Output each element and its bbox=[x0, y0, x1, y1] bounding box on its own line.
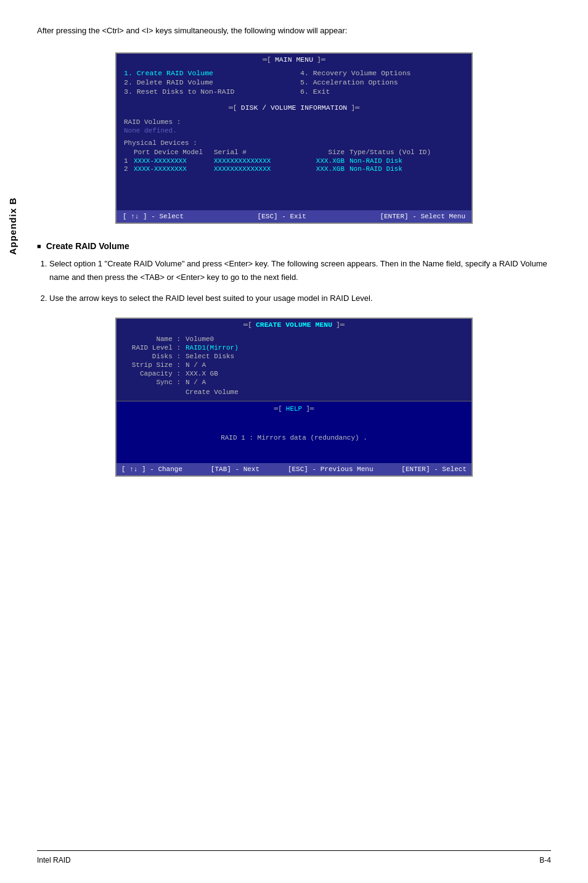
device-1-serial: XXXXXXXXXXXXXX bbox=[214, 157, 306, 165]
device-2-model: XXXX-XXXXXXXX bbox=[134, 165, 214, 173]
menu-item-5: 5. Acceleration Options bbox=[300, 78, 464, 86]
cv-raid-level-value: RAID1(Mirror) bbox=[186, 344, 239, 351]
disk-volume-title: DISK / VOLUME INFORMATION bbox=[237, 104, 351, 112]
physical-devices-label: Physical Devices : bbox=[124, 139, 464, 147]
menu-item-6-num: 6. bbox=[300, 88, 309, 96]
cv-capacity-value: XXX.X GB bbox=[186, 370, 218, 377]
cv-raid-level-row: RAID Level : RAID1(Mirror) bbox=[124, 344, 464, 351]
cv-sync-row: Sync : N / A bbox=[124, 379, 464, 386]
step-2-text: Use the arrow keys to select the RAID le… bbox=[49, 294, 373, 303]
menu-item-3-num: 3. bbox=[124, 88, 133, 96]
footer-enter: [ENTER] - Select Menu bbox=[380, 213, 465, 220]
header-type: Type/Status (Vol ID) bbox=[349, 149, 464, 156]
cv-footer-prev-menu: [ESC] - Previous Menu bbox=[288, 466, 374, 473]
sidebar-label: Appendix B bbox=[7, 197, 18, 255]
physical-table-header: Port Device Model Serial # Size Type/Sta… bbox=[124, 149, 464, 156]
cv-strip-size-label: Strip Size : bbox=[124, 361, 186, 369]
footer-left-text: Intel RAID bbox=[37, 856, 71, 865]
main-menu-screen: ═[ MAIN MENU ]═ 1. Create RAID Volume 4.… bbox=[115, 52, 473, 224]
menu-item-1-label: Create RAID Volume bbox=[137, 69, 213, 77]
menu-item-3: 3. Reset Disks to Non-RAID bbox=[124, 88, 288, 96]
cv-disks-label: Disks : bbox=[124, 353, 186, 360]
bracket-right: ]═ bbox=[317, 55, 325, 64]
cv-footer-next: [TAB] - Next bbox=[211, 466, 259, 473]
step-2: Use the arrow keys to select the RAID le… bbox=[49, 292, 551, 305]
cv-create-volume-row: Create Volume bbox=[124, 388, 464, 396]
cv-disks-value: Select Disks bbox=[186, 353, 234, 360]
header-device-model: Port Device Model bbox=[134, 149, 214, 156]
menu-item-5-num: 5. bbox=[300, 78, 309, 86]
create-raid-volume-heading-text: Create RAID Volume bbox=[46, 241, 129, 251]
main-menu-title: MAIN MENU bbox=[271, 55, 317, 64]
footer-select: [ ↑↓ ] - Select bbox=[123, 213, 184, 220]
create-volume-screen: ═[ CREATE VOLUME MENU ]═ Name : Volume0 … bbox=[115, 318, 473, 477]
disk-volume-body: RAID Volumes : None defined. Physical De… bbox=[116, 113, 472, 208]
device-1-type: Non-RAID Disk bbox=[349, 157, 402, 165]
page-footer: Intel RAID B-4 bbox=[37, 850, 551, 865]
cv-footer-change: [ ↑↓ ] - Change bbox=[121, 466, 182, 473]
cv-name-value: Volume0 bbox=[186, 335, 214, 343]
help-body: RAID 1 : Mirrors data (redundancy) . bbox=[124, 416, 464, 459]
menu-item-5-label: Acceleration Options bbox=[313, 78, 398, 86]
menu-item-6: 6. Exit bbox=[300, 88, 464, 96]
cv-name-row: Name : Volume0 bbox=[124, 335, 464, 343]
menu-item-2: 2. Delete RAID Volume bbox=[124, 78, 288, 86]
main-menu-body: 1. Create RAID Volume 4. Recovery Volume… bbox=[116, 65, 472, 102]
cv-sync-value: N / A bbox=[186, 379, 206, 386]
device-2-type: Non-RAID Disk bbox=[349, 165, 402, 173]
header-size: Size bbox=[306, 149, 349, 156]
create-volume-footer: [ ↑↓ ] - Change [TAB] - Next [ESC] - Pre… bbox=[116, 463, 472, 475]
step-1: Select option 1 "Create RAID Volume" and… bbox=[49, 257, 551, 284]
cv-raid-level-label: RAID Level : bbox=[124, 344, 186, 351]
menu-item-4: 4. Recovery Volume Options bbox=[300, 69, 464, 77]
header-serial: Serial # bbox=[214, 149, 306, 156]
menu-item-6-label: Exit bbox=[313, 88, 330, 96]
create-raid-volume-heading: Create RAID Volume bbox=[37, 241, 551, 251]
main-menu-footer: [ ↑↓ ] - Select [ESC] - Exit [ENTER] - S… bbox=[116, 210, 472, 223]
menu-item-4-num: 4. bbox=[300, 69, 309, 77]
disk-volume-section-header: ═[ DISK / VOLUME INFORMATION ]═ bbox=[116, 102, 472, 113]
step-1-text: Select option 1 "Create RAID Volume" and… bbox=[49, 259, 547, 282]
main-menu-grid: 1. Create RAID Volume 4. Recovery Volume… bbox=[124, 69, 464, 96]
footer-page-number: B-4 bbox=[539, 856, 551, 865]
cv-strip-size-row: Strip Size : N / A bbox=[124, 361, 464, 369]
device-2-size: XXX.XGB bbox=[306, 165, 349, 173]
cv-create-volume-action: Create Volume bbox=[186, 388, 239, 396]
none-defined-text: None defined. bbox=[124, 127, 464, 134]
device-1-model: XXXX-XXXXXXXX bbox=[134, 157, 214, 165]
help-header: ═[ HELP ]═ bbox=[124, 405, 464, 413]
menu-item-2-num: 2. bbox=[124, 78, 133, 86]
footer-exit: [ESC] - Exit bbox=[258, 213, 306, 220]
cv-footer-select: [ENTER] - Select bbox=[401, 466, 467, 473]
menu-item-2-label: Delete RAID Volume bbox=[137, 78, 213, 86]
device-1-size: XXX.XGB bbox=[306, 157, 349, 165]
steps-list: Select option 1 "Create RAID Volume" and… bbox=[49, 257, 551, 305]
bracket-left: ═[ bbox=[263, 55, 271, 64]
cv-capacity-label: Capacity : bbox=[124, 370, 186, 377]
physical-devices-section: Physical Devices : Port Device Model Ser… bbox=[124, 139, 464, 173]
device-2-serial: XXXXXXXXXXXXXX bbox=[214, 165, 306, 173]
create-volume-title: CREATE VOLUME MENU bbox=[252, 321, 336, 329]
cv-sync-label: Sync : bbox=[124, 379, 186, 386]
cv-disks-row: Disks : Select Disks bbox=[124, 353, 464, 360]
menu-item-1-num: 1. bbox=[124, 69, 133, 77]
help-title: HELP bbox=[282, 405, 306, 413]
intro-text: After pressing the <Ctrl> and <I> keys s… bbox=[37, 25, 542, 38]
create-volume-body: Name : Volume0 RAID Level : RAID1(Mirror… bbox=[116, 331, 472, 401]
menu-item-4-label: Recovery Volume Options bbox=[313, 69, 411, 77]
menu-item-3-label: Reset Disks to Non-RAID bbox=[137, 88, 235, 96]
raid-volumes-label: RAID Volumes : bbox=[124, 118, 464, 126]
help-text: RAID 1 : Mirrors data (redundancy) . bbox=[221, 434, 367, 442]
cv-capacity-row: Capacity : XXX.X GB bbox=[124, 370, 464, 377]
help-section: ═[ HELP ]═ RAID 1 : Mirrors data (redund… bbox=[116, 401, 472, 463]
device-row-2: 2 XXXX-XXXXXXXX XXXXXXXXXXXXXX XXX.XGB N… bbox=[124, 165, 464, 173]
device-row-1: 1 XXXX-XXXXXXXX XXXXXXXXXXXXXX XXX.XGB N… bbox=[124, 157, 464, 165]
cv-strip-size-value: N / A bbox=[186, 361, 206, 369]
cv-name-label: Name : bbox=[124, 335, 186, 343]
empty-space bbox=[124, 173, 464, 204]
main-menu-title-bar: ═[ MAIN MENU ]═ bbox=[116, 54, 472, 65]
create-volume-title-bar: ═[ CREATE VOLUME MENU ]═ bbox=[116, 319, 472, 331]
menu-item-1: 1. Create RAID Volume bbox=[124, 69, 288, 77]
